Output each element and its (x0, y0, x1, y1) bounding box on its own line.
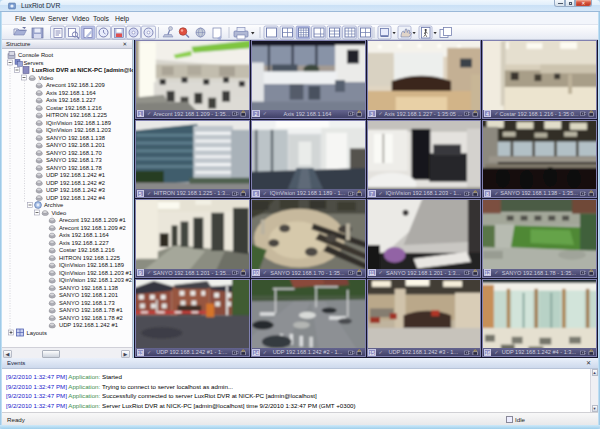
svg-text:SANYO 192.168.1.70: SANYO 192.168.1.70 (46, 150, 102, 156)
svg-text:Arecont 192.168.1.209 #2: Arecont 192.168.1.209 #2 (59, 225, 126, 231)
svg-text:Axis 192.168.1.164: Axis 192.168.1.164 (46, 90, 96, 96)
svg-text:LuxRiot DVR at NICK-PC [admin@: LuxRiot DVR at NICK-PC [admin@lo (32, 67, 133, 73)
svg-text:IQinVision 192.168.1.189: IQinVision 192.168.1.189 (59, 262, 124, 268)
svg-text:Video: Video (39, 75, 54, 81)
svg-text:UDP 192.168.1.242 #4: UDP 192.168.1.242 #4 (46, 195, 106, 201)
svg-text:IQinVision 192.168.1.203: IQinVision 192.168.1.203 (46, 127, 111, 133)
svg-text:HITRON 192.168.1.225: HITRON 192.168.1.225 (59, 255, 120, 261)
svg-text:IQinVision 192.168.1.189: IQinVision 192.168.1.189 (46, 120, 111, 126)
svg-text:SANYO 192.168.1.73: SANYO 192.168.1.73 (59, 300, 115, 306)
svg-text:Costar 192.168.1.216: Costar 192.168.1.216 (46, 105, 102, 111)
svg-text:Arecont 192.168.1.209: Arecont 192.168.1.209 (46, 82, 105, 88)
svg-text:SANYO 192.168.1.78 #2: SANYO 192.168.1.78 #2 (59, 315, 123, 321)
svg-text:SANYO 192.168.1.78: SANYO 192.168.1.78 (46, 165, 102, 171)
svg-text:UDP 192.168.1.242 #2: UDP 192.168.1.242 #2 (46, 180, 105, 186)
svg-text:Console Root: Console Root (18, 52, 54, 58)
svg-text:SANYO 192.168.1.138: SANYO 192.168.1.138 (46, 135, 105, 141)
svg-text:SANYO 192.168.1.73: SANYO 192.168.1.73 (46, 157, 102, 163)
svg-text:Arecont 192.168.1.209 #1: Arecont 192.168.1.209 #1 (59, 217, 126, 223)
svg-text:UDP 192.168.1.242 #1: UDP 192.168.1.242 #1 (59, 322, 118, 328)
svg-text:Costar 192.168.1.216: Costar 192.168.1.216 (59, 247, 115, 253)
svg-text:Archive: Archive (44, 202, 63, 208)
svg-text:IQinVision 192.168.1.203 #2: IQinVision 192.168.1.203 #2 (59, 277, 132, 283)
svg-text:Axis 192.168.1.227: Axis 192.168.1.227 (59, 240, 109, 246)
svg-text:UDP 192.168.1.242 #1: UDP 192.168.1.242 #1 (46, 172, 105, 178)
svg-text:Servers: Servers (24, 60, 44, 66)
svg-text:Axis 192.168.1.227: Axis 192.168.1.227 (46, 97, 96, 103)
svg-text:SANYO 192.168.1.201: SANYO 192.168.1.201 (46, 142, 105, 148)
svg-text:HITRON 192.168.1.225: HITRON 192.168.1.225 (46, 112, 107, 118)
svg-text:Layouts: Layouts (27, 330, 47, 336)
svg-text:Axis 192.168.1.164: Axis 192.168.1.164 (59, 232, 109, 238)
svg-text:UDP 192.168.1.242 #3: UDP 192.168.1.242 #3 (46, 187, 105, 193)
svg-text:Video: Video (52, 210, 67, 216)
svg-text:SANYO 192.168.1.78 #1: SANYO 192.168.1.78 #1 (59, 307, 123, 313)
svg-text:IQinVision 192.168.1.203 #1: IQinVision 192.168.1.203 #1 (59, 270, 132, 276)
svg-text:SANYO 192.168.1.138: SANYO 192.168.1.138 (59, 285, 118, 291)
svg-text:SANYO 192.168.1.201: SANYO 192.168.1.201 (59, 292, 118, 298)
